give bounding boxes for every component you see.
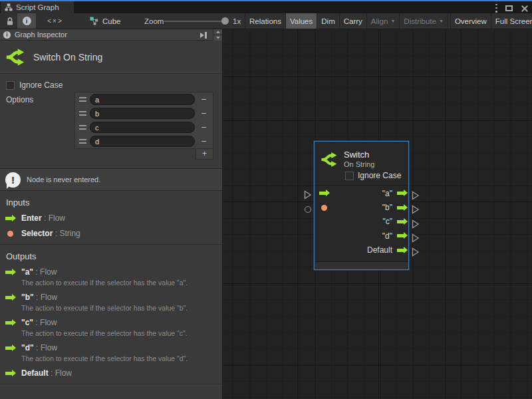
option-input[interactable] [90,108,195,119]
unit-title: Switch On String [33,52,102,63]
node-ports: "a" "b" "c" "d" Default [315,186,408,257]
chevron-down-icon [390,19,395,23]
option-item: − [75,106,213,120]
flow-port-icon [5,296,12,299]
code-preview-button[interactable] [43,13,68,29]
node-footer [315,261,408,269]
values-button[interactable]: Values [286,13,317,29]
graph-reference[interactable]: Cube [90,13,121,29]
graph-toolbar: Cube Zoom 1x Relations Values Dim Carry … [0,13,532,29]
output-item: "b" Flow The action to execute if the se… [0,293,222,312]
tab-bar: Script Graph [0,1,532,13]
tab-label: Script Graph [16,3,59,11]
scroll-up-button[interactable] [213,29,222,35]
external-flow-output-stub[interactable] [412,205,420,214]
external-flow-input-stub[interactable] [304,190,312,200]
selector-port[interactable] [321,205,327,211]
port-row: "a" [315,186,408,200]
panel-scroll-buttons [213,29,222,41]
zoom-slider-handle[interactable] [221,17,229,25]
flow-port-icon [5,217,12,220]
output-item: Default Flow [0,368,222,378]
overview-button[interactable]: Overview [450,13,491,29]
triangle-down-icon [216,37,220,39]
full-screen-button[interactable]: Full Screen [491,13,532,29]
drag-handle[interactable] [75,125,90,129]
relations-button[interactable]: Relations [245,13,286,29]
switch-unit-icon [321,151,338,168]
option-item: − [75,92,213,106]
ignore-case-checkbox[interactable] [6,81,15,90]
tab-script-graph[interactable]: Script Graph [1,1,74,13]
carry-button[interactable]: Carry [340,13,367,29]
inspector-toggle-button[interactable] [17,13,36,29]
node-title: Switch [344,150,369,160]
external-flow-output-stub[interactable] [412,233,420,243]
add-option-button[interactable]: + [196,149,213,160]
remove-option-button[interactable]: − [195,122,213,132]
input-port-selector: Selector String [0,229,222,238]
align-dropdown[interactable]: Align [367,13,400,29]
graph-canvas[interactable]: Switch On String Ignore Case "a" "b" "c"… [223,29,532,399]
maximize-icon[interactable] [505,5,513,11]
option-item: − [75,134,213,148]
remove-option-button[interactable]: − [195,108,213,118]
flow-port-icon [397,234,404,237]
drag-handle[interactable] [75,111,90,115]
unit-title-block: Switch On String [0,41,222,74]
ignore-case-row: Ignore Case [6,80,222,90]
external-value-input-stub[interactable] [305,206,311,213]
input-port-enter: Enter Flow [0,213,222,223]
dock-panel-icon[interactable] [200,31,209,39]
warning-box: Node is never entered. [0,168,222,191]
node-subtitle: On String [344,160,374,168]
ignore-case-label: Ignore Case [19,80,63,90]
inspector-header: Graph Inspector [0,29,222,41]
switch-on-string-node[interactable]: Switch On String Ignore Case "a" "b" "c"… [314,141,409,270]
option-input[interactable] [90,122,195,133]
section-divider [0,244,222,245]
flow-port-icon [397,192,404,195]
output-port[interactable]: "d" [382,231,404,241]
remove-option-button[interactable]: − [195,94,213,104]
graph-name: Cube [102,17,121,25]
zoom-label: Zoom [144,13,164,29]
outputs-heading: Outputs [6,251,222,261]
output-port[interactable]: Default [367,245,404,255]
node-ignore-case-row: Ignore Case [345,171,401,180]
node-header: Switch On String Ignore Case [315,142,408,186]
enter-port[interactable] [319,192,326,195]
lock-button[interactable] [3,13,17,29]
drag-handle[interactable] [75,139,90,143]
value-port-icon [7,231,13,237]
scroll-down-button[interactable] [213,35,222,41]
close-icon[interactable] [521,5,528,12]
dim-button[interactable]: Dim [317,13,339,29]
remove-option-button[interactable]: − [195,136,213,146]
option-input[interactable] [90,94,195,105]
flow-port-icon [397,206,404,209]
info-icon [3,31,11,39]
output-port[interactable]: "b" [382,203,404,212]
external-flow-output-stub[interactable] [412,191,420,200]
distribute-dropdown[interactable]: Distribute [400,13,448,29]
flow-port-icon [397,249,404,252]
hierarchy-icon [5,3,13,11]
flow-port-icon [5,372,12,375]
port-row: "c" [315,215,408,229]
output-port[interactable]: "a" [382,189,404,198]
port-row: Default [315,243,408,257]
external-flow-output-stub[interactable] [412,219,420,229]
zoom-slider-track[interactable] [164,21,225,22]
drag-handle[interactable] [75,97,90,101]
option-input[interactable] [90,136,195,147]
warning-text: Node is never entered. [27,176,100,184]
toolbar-buttons: Relations Values Dim Carry Align Distrib… [245,13,532,29]
switch-unit-icon [5,47,25,67]
external-flow-output-stub[interactable] [412,247,420,257]
output-port[interactable]: "c" [382,217,404,226]
ignore-case-checkbox[interactable] [345,172,354,180]
options-list: − − − − + [74,92,213,160]
flow-port-icon [397,220,404,223]
window-menu-icon[interactable] [495,4,497,13]
